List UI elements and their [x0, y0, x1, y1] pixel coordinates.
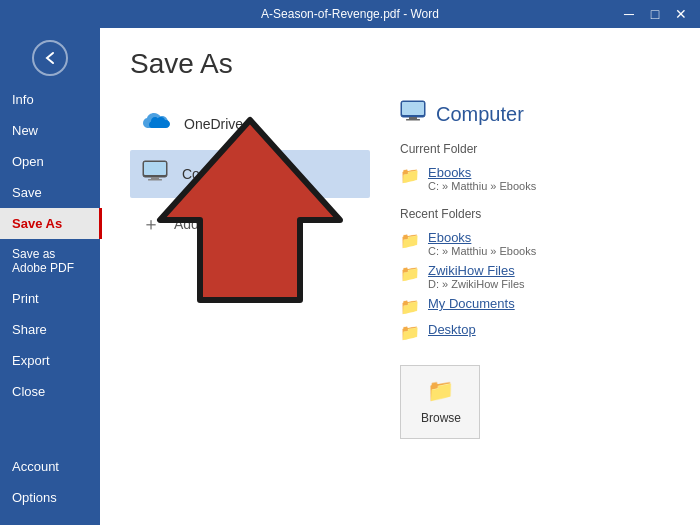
sidebar-item-account[interactable]: Account [0, 451, 100, 482]
maximize-btn[interactable]: □ [646, 6, 664, 22]
sidebar-item-close[interactable]: Close [0, 376, 100, 407]
sidebar-item-export[interactable]: Export [0, 345, 100, 376]
computer-icon [142, 160, 168, 188]
sidebar-item-open[interactable]: Open [0, 146, 100, 177]
app-body: Info New Open Save Save As Save as Adobe… [0, 28, 700, 525]
folder-name: Desktop [428, 322, 476, 337]
current-folder-label: Current Folder [400, 142, 670, 156]
sidebar-item-options[interactable]: Options [0, 482, 100, 513]
sidebar-item-saveas[interactable]: Save As [0, 208, 100, 239]
add-icon: ＋ [142, 212, 160, 236]
recent-folders: Recent Folders 📁 Ebooks C: » Matthiu » E… [400, 207, 670, 345]
minimize-btn[interactable]: ─ [620, 6, 638, 22]
sidebar-item-new[interactable]: New [0, 115, 100, 146]
svg-rect-5 [402, 102, 424, 115]
current-folder-ebooks[interactable]: 📁 Ebooks C: » Matthiu » Ebooks [400, 162, 670, 195]
close-btn[interactable]: ✕ [672, 6, 690, 22]
onedrive-icon [142, 110, 170, 138]
folder-icon: 📁 [400, 323, 420, 342]
folder-icon: 📁 [400, 166, 420, 185]
folder-icon: 📁 [400, 297, 420, 316]
sidebar: Info New Open Save Save As Save as Adobe… [0, 28, 100, 525]
right-panel-header: Computer [400, 100, 670, 128]
svg-rect-1 [144, 162, 166, 175]
browse-label: Browse [421, 411, 461, 425]
svg-rect-7 [406, 119, 420, 121]
svg-rect-3 [148, 179, 162, 181]
sidebar-item-info[interactable]: Info [0, 84, 100, 115]
sidebar-item-share[interactable]: Share [0, 314, 100, 345]
saveas-options: OneDrive Computer [130, 100, 670, 439]
add-place-option[interactable]: ＋ Add a Place [130, 202, 370, 246]
onedrive-label: OneDrive [184, 116, 243, 132]
main-content: Save As OneDrive [100, 28, 700, 525]
computer-option[interactable]: Computer [130, 150, 370, 198]
computer-header-icon [400, 100, 426, 128]
right-panel: Computer Current Folder 📁 Ebooks C: » Ma… [400, 100, 670, 439]
recent-folder-zwiki[interactable]: 📁 ZwikiHow Files D: » ZwikiHow Files [400, 260, 670, 293]
back-button[interactable] [32, 40, 68, 76]
window-controls: ─ □ ✕ [620, 6, 690, 22]
page-title: Save As [130, 48, 670, 80]
folder-name: ZwikiHow Files [428, 263, 525, 278]
add-place-label: Add a Place [174, 216, 250, 232]
recent-folder-ebooks[interactable]: 📁 Ebooks C: » Matthiu » Ebooks [400, 227, 670, 260]
folder-name: My Documents [428, 296, 515, 311]
computer-label: Computer [182, 166, 243, 182]
location-list: OneDrive Computer [130, 100, 370, 439]
folder-icon: 📁 [400, 231, 420, 250]
folder-path: D: » ZwikiHow Files [428, 278, 525, 290]
browse-button[interactable]: 📁 Browse [400, 365, 480, 439]
title-bar: A-Season-of-Revenge.pdf - Word ─ □ ✕ [0, 0, 700, 28]
folder-path: C: » Matthiu » Ebooks [428, 180, 536, 192]
onedrive-option[interactable]: OneDrive [130, 100, 370, 148]
folder-icon: 📁 [400, 264, 420, 283]
browse-folder-icon: 📁 [421, 378, 459, 404]
folder-name: Ebooks [428, 165, 536, 180]
svg-rect-2 [151, 177, 159, 179]
right-panel-title: Computer [436, 103, 524, 126]
folder-name: Ebooks [428, 230, 536, 245]
svg-rect-6 [409, 117, 417, 119]
recent-folder-mydocs[interactable]: 📁 My Documents [400, 293, 670, 319]
folder-path: C: » Matthiu » Ebooks [428, 245, 536, 257]
sidebar-item-saveadobe[interactable]: Save as Adobe PDF [0, 239, 100, 283]
sidebar-item-print[interactable]: Print [0, 283, 100, 314]
sidebar-item-save[interactable]: Save [0, 177, 100, 208]
recent-folders-label: Recent Folders [400, 207, 670, 221]
recent-folder-desktop[interactable]: 📁 Desktop [400, 319, 670, 345]
window-title: A-Season-of-Revenge.pdf - Word [261, 7, 439, 21]
